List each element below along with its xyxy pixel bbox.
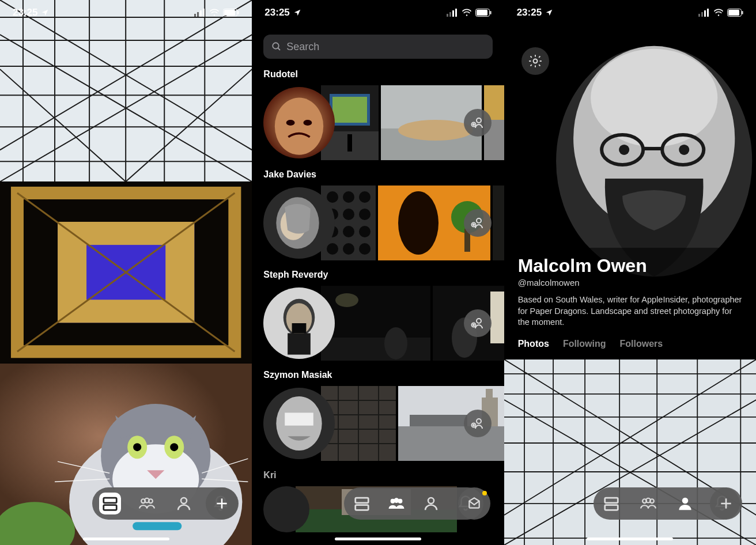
mail-icon [467,496,482,511]
svg-rect-139 [410,415,467,426]
svg-rect-47 [104,498,117,503]
home-indicator[interactable] [587,538,673,540]
svg-point-120 [477,319,481,323]
svg-point-88 [343,191,354,203]
settings-button[interactable] [521,47,549,75]
svg-rect-57 [452,10,454,17]
status-time: 23:25 [13,7,37,18]
svg-rect-126 [285,412,314,425]
svg-rect-1 [197,12,199,17]
photo-feed[interactable] [0,0,252,545]
svg-rect-160 [728,10,739,16]
wifi-icon [209,9,220,17]
svg-rect-7 [238,11,239,14]
user-row[interactable]: Steph Reverdy [252,266,504,366]
user-row[interactable]: Szymon Masiak [252,366,504,467]
add-friend-button[interactable] [464,109,492,137]
profile-tab-followers[interactable]: Followers [620,339,663,349]
svg-point-63 [273,43,279,49]
search-icon [271,41,282,52]
svg-rect-6 [224,10,235,16]
location-arrow-icon [545,9,553,17]
add-friend-button[interactable] [464,410,492,437]
svg-point-76 [398,120,473,141]
svg-point-197 [682,498,688,504]
tab-feed[interactable] [351,493,373,514]
profile-hero: Malcolm Owen @malcolmowen Based on South… [504,0,756,359]
svg-rect-61 [477,10,487,16]
svg-rect-148 [356,498,369,503]
user-name: Szymon Masiak [263,370,504,380]
messages-button[interactable] [458,487,490,520]
user-avatar[interactable] [263,87,335,158]
svg-rect-154 [698,14,700,17]
svg-point-140 [477,419,481,423]
tab-profile[interactable] [173,493,195,514]
profile-tab-photos[interactable]: Photos [518,339,549,349]
svg-point-165 [591,49,717,147]
signal-icon [447,9,458,17]
svg-point-66 [275,98,323,155]
svg-rect-62 [490,11,491,14]
user-row[interactable]: Jake Davies [252,166,504,266]
home-indicator[interactable] [83,538,169,540]
svg-rect-193 [604,505,618,510]
user-name: Jake Davies [263,169,504,180]
search-placeholder: Search [286,41,319,53]
add-friend-button[interactable] [464,209,492,237]
feed-photo[interactable] [0,0,252,181]
user-photo-thumb[interactable] [321,286,430,361]
svg-rect-58 [455,9,457,17]
user-avatar[interactable] [263,187,335,259]
svg-rect-0 [194,14,196,17]
profile-tab-following[interactable]: Following [563,339,606,349]
svg-rect-56 [449,12,451,17]
svg-point-170 [679,145,689,155]
svg-rect-48 [104,505,117,510]
status-bar: 23:25 [0,0,252,25]
discover-list[interactable]: Search Rudotel Jake [252,0,504,545]
svg-rect-55 [447,14,448,17]
tab-discover[interactable] [385,493,407,514]
add-button[interactable] [206,487,238,520]
status-bar: 23:25 [504,0,756,25]
tab-profile[interactable] [420,493,442,514]
user-avatar[interactable] [263,287,335,359]
tab-feed[interactable] [99,493,121,514]
svg-point-94 [343,226,354,237]
svg-point-169 [619,145,629,155]
svg-rect-118 [490,292,504,343]
add-friend-button[interactable] [464,309,492,337]
user-row[interactable]: Rudotel [252,66,504,166]
user-avatar[interactable] [263,486,309,532]
profile-view[interactable]: Malcolm Owen @malcolmowen Based on South… [504,0,756,545]
svg-point-152 [394,498,399,503]
svg-rect-42 [133,522,182,530]
add-button[interactable] [710,487,742,520]
svg-point-104 [477,218,481,223]
signal-icon [698,9,710,17]
svg-rect-156 [704,10,706,17]
svg-point-114 [335,293,358,307]
search-input[interactable]: Search [263,35,492,59]
wifi-icon [462,9,472,17]
tab-feed[interactable] [600,493,622,514]
profile-bio: Based on South Wales, writer for AppleIn… [518,294,742,328]
svg-rect-192 [604,498,618,503]
svg-rect-3 [203,9,205,17]
home-indicator[interactable] [335,538,421,540]
svg-point-96 [327,243,338,255]
user-avatar[interactable] [263,388,335,459]
svg-point-89 [359,191,371,203]
tab-discover[interactable] [136,493,158,514]
feed-photo[interactable] [0,181,252,363]
screen-discover: 23:25 Search Rudotel [252,0,504,545]
user-name: Kri [263,470,504,480]
status-time: 23:25 [264,7,289,18]
svg-point-67 [286,120,295,126]
tab-discover[interactable] [637,493,659,514]
svg-point-172 [533,59,537,63]
tab-profile[interactable] [674,493,696,514]
location-arrow-icon [41,9,49,17]
user-photo-thumb[interactable] [493,186,504,260]
